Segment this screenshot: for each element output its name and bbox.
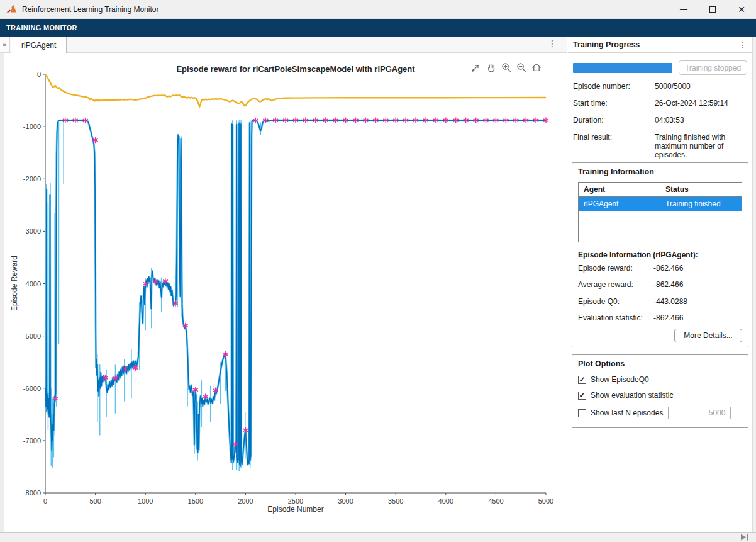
average-reward-label: Average reward: [578, 280, 653, 289]
start-time-value: 26-Oct-2024 12:59:14 [655, 99, 747, 108]
episode-q0-value: -443.0288 [653, 297, 687, 306]
export-icon[interactable] [469, 60, 482, 74]
status-bar [0, 532, 756, 542]
agent-column-header: Agent [579, 183, 660, 197]
app-window: Reinforcement Learning Training Monitor … [0, 0, 756, 542]
minimize-button[interactable]: — [669, 0, 698, 19]
window-controls: — ✕ [669, 0, 756, 19]
final-result-row: Final result: Training finished with max… [573, 128, 747, 163]
show-episodeq0-checkbox-row[interactable]: ✓ Show EpisodeQ0 [578, 375, 742, 384]
y-tick-label: 0 [37, 71, 41, 78]
x-tick-label: 1500 [188, 497, 203, 505]
zoom-in-icon[interactable] [499, 60, 513, 74]
x-tick-label: 3500 [388, 497, 403, 505]
show-last-n-episodes-checkbox-row[interactable]: Show last N episodes 5000 [578, 407, 742, 419]
episode-reward-row: Episode reward: -862.466 [578, 259, 742, 276]
average-reward-value: -862.466 [653, 280, 683, 289]
maximize-icon [709, 6, 716, 13]
x-tick-label: 5000 [538, 497, 553, 505]
episode-reward-series [46, 120, 547, 466]
title-bar: Reinforcement Learning Training Monitor … [0, 0, 756, 19]
home-icon[interactable] [530, 60, 543, 74]
episode-q0-label: Episode Q0: [578, 297, 653, 306]
x-tick-label: 0 [43, 497, 47, 505]
agents-table: Agent Status rlPGAgent Training finished [578, 182, 742, 242]
ribbon-tab-training-monitor[interactable]: TRAINING MONITOR [0, 24, 77, 31]
training-information-section: Training Information Agent Status rlPGAg… [572, 162, 748, 347]
show-evaluation-statistic-label: Show evaluation statistic [591, 391, 673, 400]
training-progress-bar [573, 63, 672, 73]
x-tick-label: 4000 [438, 497, 453, 505]
evaluation-statistic-markers [53, 118, 548, 447]
episode-information-title: Episode Information (rlPGAgent): [578, 251, 742, 259]
evaluation-statistic-row: Evaluation statistic: -862.466 [578, 310, 742, 327]
agents-table-header: Agent Status [579, 183, 742, 197]
episode-number-value: 5000/5000 [655, 82, 747, 91]
show-episodeq0-checkbox[interactable]: ✓ [578, 376, 586, 384]
zoom-out-icon[interactable] [514, 60, 528, 74]
show-last-n-episodes-checkbox[interactable] [578, 409, 586, 417]
y-tick-label: -7000 [23, 437, 41, 444]
skip-end-icon[interactable] [740, 533, 750, 541]
start-time-row: Start time: 26-Oct-2024 12:59:14 [573, 94, 747, 111]
agent-table-row[interactable]: rlPGAgent Training finished [579, 197, 742, 211]
evaluation-statistic-label: Evaluation statistic: [578, 313, 653, 322]
x-tick-label: 2500 [288, 497, 303, 505]
y-tick-label: -8000 [23, 489, 41, 497]
tab-overflow-ellipsis-icon[interactable]: ⋮ [547, 38, 557, 48]
close-button[interactable]: ✕ [727, 0, 756, 19]
final-result-value: Training finished with maximum number of… [655, 133, 747, 159]
agent-cell: rlPGAgent [579, 197, 660, 211]
y-tick-label: -1000 [23, 123, 41, 130]
x-tick-label: 2000 [238, 497, 253, 505]
episode-number-row: Episode number: 5000/5000 [573, 77, 747, 94]
chart-title: Episode reward for rlCartPoleSimscapeMod… [176, 64, 415, 74]
y-axis-label: Episode Reward [10, 256, 19, 311]
tab-grip-icon[interactable]: ≡ [0, 37, 10, 53]
x-tick-label: 1000 [138, 497, 153, 505]
training-plot[interactable]: Episode reward for rlCartPoleSimscapeMod… [4, 53, 567, 532]
start-time-label: Start time: [573, 99, 655, 108]
panel-title: Training Progress [573, 40, 640, 49]
y-tick-label: -3000 [23, 227, 41, 235]
x-axis-label: Episode Number [267, 505, 323, 514]
episode-q0-series [45, 74, 546, 107]
episode-number-label: Episode number: [573, 82, 655, 91]
figure-left-gutter [0, 53, 4, 532]
y-tick-label: -6000 [23, 385, 41, 392]
episode-reward-label: Episode reward: [578, 264, 653, 273]
figure-axes-toolbar [469, 60, 543, 74]
right-edge-strip [752, 37, 756, 532]
show-episodeq0-label: Show EpisodeQ0 [591, 375, 649, 384]
show-evaluation-statistic-checkbox[interactable]: ✓ [578, 392, 586, 400]
duration-row: Duration: 04:03:53 [573, 111, 747, 128]
panel-menu-ellipsis-icon[interactable]: ⋮ [738, 40, 747, 50]
plot-options-section: Plot Options ✓ Show EpisodeQ0 ✓ Show eva… [572, 354, 748, 428]
show-last-n-episodes-label: Show last N episodes [591, 409, 663, 417]
episode-reward-value: -862.466 [653, 264, 683, 273]
y-tick-label: -4000 [23, 280, 41, 288]
training-information-title: Training Information [578, 167, 742, 176]
x-tick-label: 500 [89, 497, 101, 505]
duration-label: Duration: [573, 116, 655, 125]
final-result-label: Final result: [573, 133, 655, 159]
episode-q0-row: Episode Q0: -443.0288 [578, 293, 742, 310]
plot-options-title: Plot Options [578, 359, 742, 368]
more-details-button[interactable]: More Details... [674, 329, 742, 342]
pan-icon[interactable] [484, 60, 498, 74]
ribbon: TRAINING MONITOR [0, 19, 756, 37]
document-tab-strip: ≡ rlPGAgent ⋮ [0, 37, 567, 53]
average-reward-row: Average reward: -862.466 [578, 276, 742, 293]
show-evaluation-statistic-checkbox-row[interactable]: ✓ Show evaluation statistic [578, 391, 742, 400]
status-cell: Training finished [660, 197, 742, 211]
x-tick-label: 4500 [488, 497, 503, 505]
last-n-episodes-input[interactable]: 5000 [668, 407, 731, 419]
training-progress-panel: Training Progress ⋮ Training stopped Epi… [568, 37, 752, 532]
evaluation-statistic-value: -862.466 [653, 313, 683, 322]
training-stopped-button[interactable]: Training stopped [679, 60, 747, 75]
x-tick-label: 3000 [338, 497, 353, 505]
maximize-button[interactable] [698, 0, 727, 19]
y-tick-label: -5000 [23, 332, 41, 340]
duration-value: 04:03:53 [655, 116, 747, 125]
tab-rlpgagent[interactable]: rlPGAgent [11, 37, 67, 53]
